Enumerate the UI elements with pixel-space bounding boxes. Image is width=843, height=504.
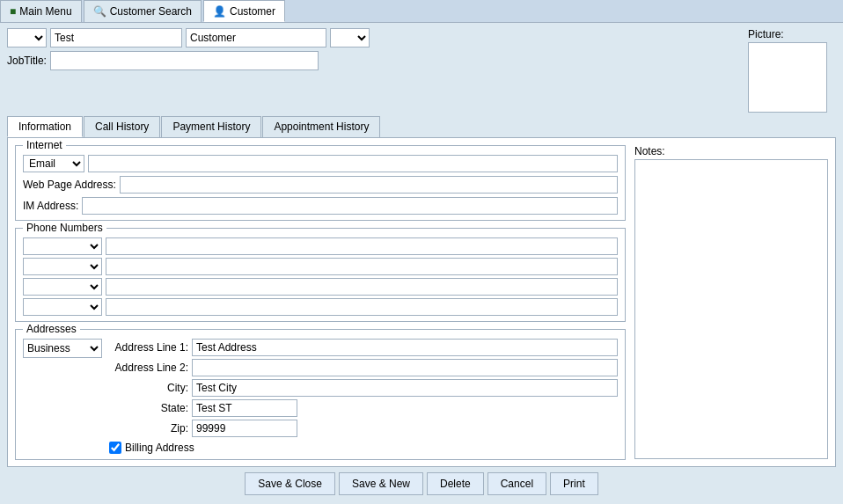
phone-row-4 bbox=[23, 298, 618, 316]
addresses-section: Addresses Business Address Line 1: Addre… bbox=[15, 329, 626, 460]
tab-customer-search[interactable]: 🔍 Customer Search bbox=[84, 0, 202, 22]
addr-state-input[interactable] bbox=[192, 399, 297, 417]
addr-line2-row: Address Line 2: bbox=[109, 359, 618, 376]
save-new-button[interactable]: Save & New bbox=[339, 472, 423, 495]
webpage-row: Web Page Address: bbox=[23, 176, 618, 194]
tab-call-history[interactable]: Call History bbox=[84, 116, 160, 137]
phone-input-1[interactable] bbox=[106, 237, 618, 255]
delete-button[interactable]: Delete bbox=[427, 472, 484, 495]
top-section: JobTitle: Picture: bbox=[7, 28, 836, 113]
internet-grid: Email Web Page Address: IM Address: bbox=[23, 155, 618, 215]
webpage-input[interactable] bbox=[120, 176, 618, 194]
im-label: IM Address: bbox=[23, 200, 78, 212]
tab-row: Information Call History Payment History… bbox=[7, 116, 836, 137]
person-icon: 👤 bbox=[213, 5, 226, 18]
address-type-select[interactable]: Business bbox=[23, 339, 102, 358]
phone-type-select-3[interactable] bbox=[23, 278, 102, 296]
addr-city-input[interactable] bbox=[192, 379, 618, 397]
last-name-input[interactable] bbox=[186, 28, 326, 47]
billing-row: Billing Address bbox=[109, 442, 618, 454]
tab-customer-label: Customer bbox=[230, 5, 275, 18]
phone-input-2[interactable] bbox=[106, 258, 618, 275]
addr-line1-input[interactable] bbox=[192, 339, 618, 356]
addr-line2-input[interactable] bbox=[192, 359, 618, 376]
first-name-input[interactable] bbox=[50, 28, 182, 47]
job-title-label: JobTitle: bbox=[7, 55, 47, 67]
phone-row-3 bbox=[23, 278, 618, 296]
phone-type-select-2[interactable] bbox=[23, 258, 102, 275]
tabs-section: Information Call History Payment History… bbox=[7, 116, 836, 467]
left-panel: Internet Email Web Page Address: bbox=[15, 145, 626, 459]
addr-state-label: State: bbox=[109, 402, 188, 414]
grid-icon: ■ bbox=[10, 5, 16, 18]
tab-content-information: Internet Email Web Page Address: bbox=[7, 137, 836, 467]
addr-line1-label: Address Line 1: bbox=[109, 341, 188, 354]
picture-label: Picture: bbox=[748, 28, 784, 40]
prefix-select[interactable] bbox=[7, 28, 47, 47]
notes-label: Notes: bbox=[634, 145, 828, 157]
im-input[interactable] bbox=[82, 197, 618, 215]
notes-textarea[interactable] bbox=[634, 159, 828, 459]
internet-section: Internet Email Web Page Address: bbox=[15, 145, 626, 221]
save-close-button[interactable]: Save & Close bbox=[245, 472, 335, 495]
suffix-select[interactable] bbox=[330, 28, 370, 47]
print-button[interactable]: Print bbox=[550, 472, 598, 495]
picture-box: Picture: bbox=[748, 28, 827, 113]
addresses-section-title: Addresses bbox=[23, 323, 80, 335]
button-bar: Save & Close Save & New Delete Cancel Pr… bbox=[7, 467, 836, 499]
webpage-label: Web Page Address: bbox=[23, 179, 116, 191]
name-row bbox=[7, 28, 741, 47]
tab-main-menu-label: Main Menu bbox=[19, 5, 71, 18]
phone-row-1 bbox=[23, 237, 618, 255]
tab-customer-search-label: Customer Search bbox=[110, 5, 192, 18]
email-row: Email bbox=[23, 155, 618, 172]
title-bar: ■ Main Menu 🔍 Customer Search 👤 Customer bbox=[0, 0, 843, 23]
phone-input-4[interactable] bbox=[106, 298, 618, 316]
addr-fields: Address Line 1: Address Line 2: City: bbox=[109, 339, 618, 454]
addr-line1-row: Address Line 1: bbox=[109, 339, 618, 356]
name-fields: JobTitle: bbox=[7, 28, 741, 70]
phone-type-select-4[interactable] bbox=[23, 298, 102, 316]
addr-zip-input[interactable] bbox=[192, 420, 297, 437]
billing-label: Billing Address bbox=[125, 442, 194, 454]
email-input[interactable] bbox=[88, 155, 618, 172]
main-content: JobTitle: Picture: Information Call Hist… bbox=[0, 23, 843, 504]
billing-checkbox[interactable] bbox=[109, 442, 121, 454]
phone-section: Phone Numbers bbox=[15, 228, 626, 322]
addr-line2-label: Address Line 2: bbox=[109, 362, 188, 374]
tab-main-menu[interactable]: ■ Main Menu bbox=[0, 0, 82, 22]
addr-city-row: City: bbox=[109, 379, 618, 397]
tab-payment-history[interactable]: Payment History bbox=[161, 116, 261, 137]
addr-zip-label: Zip: bbox=[109, 422, 188, 435]
addr-state-row: State: bbox=[109, 399, 618, 417]
search-icon: 🔍 bbox=[93, 5, 106, 18]
job-title-input[interactable] bbox=[50, 51, 319, 70]
tab-information[interactable]: Information bbox=[7, 116, 83, 137]
addr-zip-row: Zip: bbox=[109, 420, 618, 437]
addr-city-label: City: bbox=[109, 382, 188, 394]
phone-section-title: Phone Numbers bbox=[23, 222, 106, 234]
tab-appointment-history[interactable]: Appointment History bbox=[262, 116, 380, 137]
job-title-row: JobTitle: bbox=[7, 51, 741, 70]
im-row: IM Address: bbox=[23, 197, 618, 215]
phone-input-3[interactable] bbox=[106, 278, 618, 296]
email-type-select[interactable]: Email bbox=[23, 155, 84, 172]
internet-section-title: Internet bbox=[23, 139, 66, 151]
phone-type-select-1[interactable] bbox=[23, 237, 102, 255]
phone-row-2 bbox=[23, 258, 618, 275]
cancel-button[interactable]: Cancel bbox=[487, 472, 546, 495]
tab-customer[interactable]: 👤 Customer bbox=[203, 0, 285, 22]
picture-frame bbox=[748, 42, 827, 113]
notes-panel: Notes: bbox=[634, 145, 828, 459]
phone-grid bbox=[23, 237, 618, 316]
addresses-inner: Business Address Line 1: Address Line 2: bbox=[23, 339, 618, 454]
